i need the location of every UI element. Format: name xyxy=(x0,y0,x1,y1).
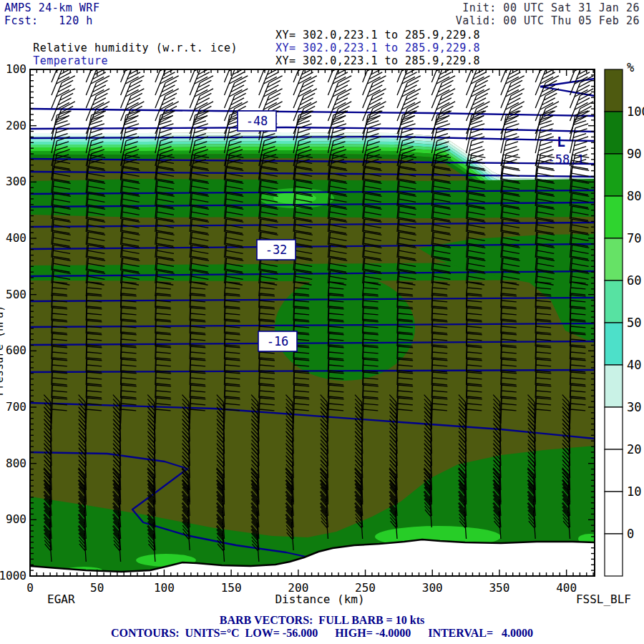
colorbar-tick-label: 70 xyxy=(627,231,641,245)
colorbar-tick-label: 10 xyxy=(627,484,641,499)
colorbar-tick-label: 20 xyxy=(627,442,641,457)
colorbar-segment xyxy=(605,238,623,280)
colorbar-segment xyxy=(605,534,623,576)
minimum-marker-value: -58.1 xyxy=(547,152,584,167)
colorbar-tick-label: 30 xyxy=(627,400,641,414)
colorbar-tick-label: 0 xyxy=(627,527,634,541)
right-station-label: FSSL_BLF xyxy=(576,592,631,606)
colorbar-tick-label: 50 xyxy=(627,316,641,330)
colorbar-tick-label: 80 xyxy=(627,189,641,203)
contour-label: -16 xyxy=(267,334,289,348)
pressure-tick-label: 900 xyxy=(6,512,26,526)
colorbar-segment xyxy=(605,492,623,534)
colorbar-tick-label: 40 xyxy=(627,358,641,372)
pressure-tick-label: 300 xyxy=(6,175,26,188)
minimum-marker-symbol: L xyxy=(557,133,565,150)
pressure-tick-label: 600 xyxy=(6,343,26,357)
colorbar-tick-label: 90 xyxy=(627,147,641,161)
colorbar-segment xyxy=(605,323,623,365)
colorbar-segment xyxy=(605,69,623,112)
barb-vectors-note: BARB VECTORS: FULL BARB = 10 kts xyxy=(0,614,644,627)
pressure-tick-label: 800 xyxy=(6,457,26,470)
contour-label: -32 xyxy=(265,243,288,257)
colorbar-segment xyxy=(605,280,623,323)
distance-tick-label: 350 xyxy=(489,581,509,595)
distance-tick-label: 400 xyxy=(556,581,577,595)
distance-tick-label: 150 xyxy=(221,581,242,595)
colorbar: 1009080706050403020100% xyxy=(605,60,644,576)
pressure-tick-label: 700 xyxy=(6,400,26,414)
y-axis-title: Pressure (hPa) xyxy=(0,306,6,396)
colorbar-segment xyxy=(605,449,623,492)
colorbar-segment xyxy=(605,365,623,407)
distance-tick-label: 300 xyxy=(422,581,443,595)
colorbar-tick-label: 60 xyxy=(627,273,641,288)
distance-tick-label: 0 xyxy=(26,581,34,595)
colorbar-segment xyxy=(605,112,623,154)
weather-cross-section-page: AMPS 24-km WRF Fcst: 120 h Init: 00 UTC … xyxy=(0,0,644,644)
pressure-tick-label: 400 xyxy=(6,231,26,245)
cross-section-plot: -48-32-16L-58.11002003004005006007008009… xyxy=(0,0,644,644)
plot-field: -48-32-16L-58.1 xyxy=(30,50,601,577)
colorbar-tick-label: 100 xyxy=(627,104,644,119)
pressure-tick-label: 200 xyxy=(6,119,26,132)
contours-note: CONTOURS: UNITS=°C LOW= -56.000 HIGH= -4… xyxy=(0,627,644,640)
colorbar-segment xyxy=(605,407,623,449)
colorbar-segment xyxy=(605,154,623,196)
colorbar-unit-label: % xyxy=(627,60,634,74)
x-axis-title: Distance (km) xyxy=(275,592,364,606)
distance-tick-label: 100 xyxy=(154,581,175,595)
pressure-tick-label: 500 xyxy=(6,288,26,301)
colorbar-segment xyxy=(605,196,623,238)
contour-label: -48 xyxy=(246,114,268,128)
pressure-tick-label: 100 xyxy=(6,62,26,76)
distance-tick-label: 50 xyxy=(90,581,104,595)
left-station-label: EGAR xyxy=(47,592,75,606)
pressure-tick-label: 1000 xyxy=(0,569,26,582)
